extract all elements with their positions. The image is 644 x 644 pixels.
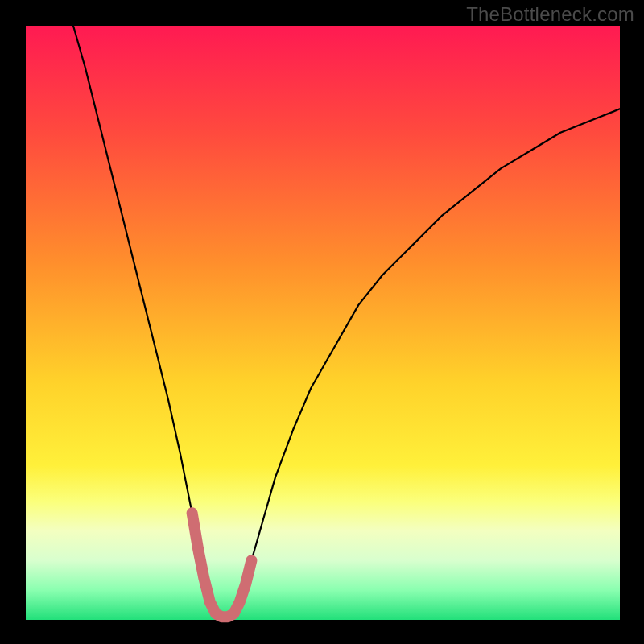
watermark-text: TheBottleneck.com [466, 3, 634, 26]
curve-tail-highlight [192, 513, 252, 617]
bottleneck-curve [73, 26, 620, 617]
curve-svg [26, 26, 620, 620]
plot-area [26, 26, 620, 620]
chart-frame: TheBottleneck.com [0, 0, 644, 644]
